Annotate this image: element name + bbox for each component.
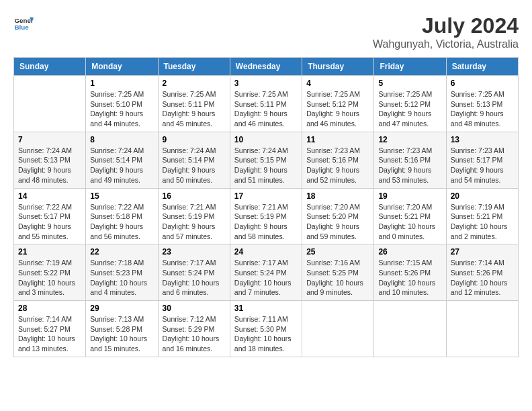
cell-day-number: 16 (163, 191, 226, 201)
calendar-cell: 15Sunrise: 7:22 AM Sunset: 5:18 PM Dayli… (86, 188, 158, 244)
cell-day-number: 24 (234, 247, 298, 257)
cell-day-number: 3 (234, 79, 298, 88)
cell-day-number: 11 (306, 135, 369, 144)
calendar-cell: 6Sunrise: 7:25 AM Sunset: 5:13 PM Daylig… (446, 76, 518, 132)
calendar-cell: 18Sunrise: 7:20 AM Sunset: 5:20 PM Dayli… (302, 188, 374, 244)
calendar-cell: 20Sunrise: 7:19 AM Sunset: 5:21 PM Dayli… (446, 188, 518, 244)
calendar-cell: 21Sunrise: 7:19 AM Sunset: 5:22 PM Dayli… (14, 244, 86, 301)
calendar-cell: 3Sunrise: 7:25 AM Sunset: 5:11 PM Daylig… (230, 76, 302, 132)
logo-icon: General Blue (13, 13, 34, 34)
calendar-cell: 11Sunrise: 7:23 AM Sunset: 5:16 PM Dayli… (302, 132, 374, 188)
cell-day-number: 4 (306, 79, 369, 88)
cell-day-number: 19 (378, 191, 441, 201)
calendar-cell: 1Sunrise: 7:25 AM Sunset: 5:10 PM Daylig… (86, 76, 158, 132)
calendar-cell: 22Sunrise: 7:18 AM Sunset: 5:23 PM Dayli… (86, 244, 158, 301)
calendar-cell (374, 301, 446, 357)
cell-day-number: 15 (90, 191, 153, 201)
cell-info: Sunrise: 7:25 AM Sunset: 5:13 PM Dayligh… (451, 89, 514, 129)
calendar-cell: 4Sunrise: 7:25 AM Sunset: 5:12 PM Daylig… (302, 76, 374, 132)
cell-day-number: 14 (18, 191, 81, 201)
cell-info: Sunrise: 7:15 AM Sunset: 5:26 PM Dayligh… (378, 258, 441, 298)
day-header-thursday: Thursday (302, 58, 374, 76)
calendar-cell: 30Sunrise: 7:12 AM Sunset: 5:29 PM Dayli… (158, 301, 230, 357)
page-title: July 2024 (373, 13, 519, 38)
cell-day-number: 26 (378, 247, 441, 257)
cell-info: Sunrise: 7:19 AM Sunset: 5:21 PM Dayligh… (451, 202, 514, 242)
page-subtitle: Wahgunyah, Victoria, Australia (373, 38, 519, 50)
cell-day-number: 8 (90, 135, 153, 144)
cell-info: Sunrise: 7:21 AM Sunset: 5:19 PM Dayligh… (163, 202, 226, 242)
cell-info: Sunrise: 7:12 AM Sunset: 5:29 PM Dayligh… (163, 314, 226, 354)
calendar-cell: 7Sunrise: 7:24 AM Sunset: 5:13 PM Daylig… (14, 132, 86, 188)
calendar-cell: 19Sunrise: 7:20 AM Sunset: 5:21 PM Dayli… (374, 188, 446, 244)
calendar-cell: 23Sunrise: 7:17 AM Sunset: 5:24 PM Dayli… (158, 244, 230, 301)
cell-info: Sunrise: 7:23 AM Sunset: 5:16 PM Dayligh… (378, 146, 441, 185)
cell-info: Sunrise: 7:23 AM Sunset: 5:17 PM Dayligh… (451, 146, 514, 185)
cell-day-number: 22 (90, 247, 153, 257)
calendar-header-row: SundayMondayTuesdayWednesdayThursdayFrid… (14, 58, 519, 76)
calendar-week-row: 7Sunrise: 7:24 AM Sunset: 5:13 PM Daylig… (14, 132, 519, 188)
calendar-cell: 10Sunrise: 7:24 AM Sunset: 5:15 PM Dayli… (230, 132, 302, 188)
cell-info: Sunrise: 7:25 AM Sunset: 5:11 PM Dayligh… (163, 89, 226, 129)
cell-info: Sunrise: 7:14 AM Sunset: 5:27 PM Dayligh… (18, 314, 81, 354)
cell-day-number: 28 (18, 304, 81, 313)
calendar-cell: 12Sunrise: 7:23 AM Sunset: 5:16 PM Dayli… (374, 132, 446, 188)
cell-info: Sunrise: 7:25 AM Sunset: 5:11 PM Dayligh… (234, 89, 298, 129)
cell-day-number: 12 (378, 135, 441, 144)
day-header-wednesday: Wednesday (230, 58, 302, 76)
cell-info: Sunrise: 7:24 AM Sunset: 5:15 PM Dayligh… (234, 146, 298, 185)
cell-day-number: 18 (306, 191, 369, 201)
cell-day-number: 7 (18, 135, 81, 144)
cell-info: Sunrise: 7:17 AM Sunset: 5:24 PM Dayligh… (163, 258, 226, 298)
cell-info: Sunrise: 7:13 AM Sunset: 5:28 PM Dayligh… (90, 314, 153, 354)
cell-day-number: 27 (451, 247, 514, 257)
cell-day-number: 23 (163, 247, 226, 257)
cell-info: Sunrise: 7:25 AM Sunset: 5:12 PM Dayligh… (306, 89, 369, 129)
cell-day-number: 21 (18, 247, 81, 257)
calendar-cell (446, 301, 518, 357)
cell-info: Sunrise: 7:24 AM Sunset: 5:13 PM Dayligh… (18, 146, 81, 185)
day-header-saturday: Saturday (446, 58, 518, 76)
cell-info: Sunrise: 7:25 AM Sunset: 5:12 PM Dayligh… (378, 89, 441, 129)
cell-info: Sunrise: 7:24 AM Sunset: 5:14 PM Dayligh… (163, 146, 226, 185)
calendar-cell: 25Sunrise: 7:16 AM Sunset: 5:25 PM Dayli… (302, 244, 374, 301)
cell-day-number: 5 (378, 79, 441, 88)
calendar-table: SundayMondayTuesdayWednesdayThursdayFrid… (13, 57, 519, 357)
cell-day-number: 1 (90, 79, 153, 88)
day-header-tuesday: Tuesday (158, 58, 230, 76)
day-header-friday: Friday (374, 58, 446, 76)
cell-info: Sunrise: 7:18 AM Sunset: 5:23 PM Dayligh… (90, 258, 153, 298)
cell-day-number: 13 (451, 135, 514, 144)
cell-day-number: 30 (163, 304, 226, 313)
cell-info: Sunrise: 7:17 AM Sunset: 5:24 PM Dayligh… (234, 258, 298, 298)
calendar-cell: 2Sunrise: 7:25 AM Sunset: 5:11 PM Daylig… (158, 76, 230, 132)
cell-info: Sunrise: 7:25 AM Sunset: 5:10 PM Dayligh… (90, 89, 153, 129)
calendar-week-row: 21Sunrise: 7:19 AM Sunset: 5:22 PM Dayli… (14, 244, 519, 301)
calendar-week-row: 28Sunrise: 7:14 AM Sunset: 5:27 PM Dayli… (14, 301, 519, 357)
cell-info: Sunrise: 7:22 AM Sunset: 5:17 PM Dayligh… (18, 202, 81, 242)
cell-day-number: 17 (234, 191, 298, 201)
calendar-cell (302, 301, 374, 357)
cell-day-number: 10 (234, 135, 298, 144)
calendar-cell: 24Sunrise: 7:17 AM Sunset: 5:24 PM Dayli… (230, 244, 302, 301)
day-header-sunday: Sunday (14, 58, 86, 76)
cell-info: Sunrise: 7:21 AM Sunset: 5:19 PM Dayligh… (234, 202, 298, 242)
calendar-cell: 5Sunrise: 7:25 AM Sunset: 5:12 PM Daylig… (374, 76, 446, 132)
cell-day-number: 2 (163, 79, 226, 88)
cell-info: Sunrise: 7:24 AM Sunset: 5:14 PM Dayligh… (90, 146, 153, 185)
calendar-cell (14, 76, 86, 132)
calendar-cell: 17Sunrise: 7:21 AM Sunset: 5:19 PM Dayli… (230, 188, 302, 244)
calendar-cell: 14Sunrise: 7:22 AM Sunset: 5:17 PM Dayli… (14, 188, 86, 244)
svg-text:Blue: Blue (15, 24, 30, 31)
calendar-cell: 9Sunrise: 7:24 AM Sunset: 5:14 PM Daylig… (158, 132, 230, 188)
day-header-monday: Monday (86, 58, 158, 76)
calendar-cell: 28Sunrise: 7:14 AM Sunset: 5:27 PM Dayli… (14, 301, 86, 357)
cell-info: Sunrise: 7:14 AM Sunset: 5:26 PM Dayligh… (451, 258, 514, 298)
cell-info: Sunrise: 7:23 AM Sunset: 5:16 PM Dayligh… (306, 146, 369, 185)
calendar-cell: 31Sunrise: 7:11 AM Sunset: 5:30 PM Dayli… (230, 301, 302, 357)
cell-day-number: 29 (90, 304, 153, 313)
cell-day-number: 6 (451, 79, 514, 88)
page-header: General Blue July 2024 Wahgunyah, Victor… (13, 13, 519, 50)
title-block: July 2024 Wahgunyah, Victoria, Australia (373, 13, 519, 50)
cell-day-number: 25 (306, 247, 369, 257)
